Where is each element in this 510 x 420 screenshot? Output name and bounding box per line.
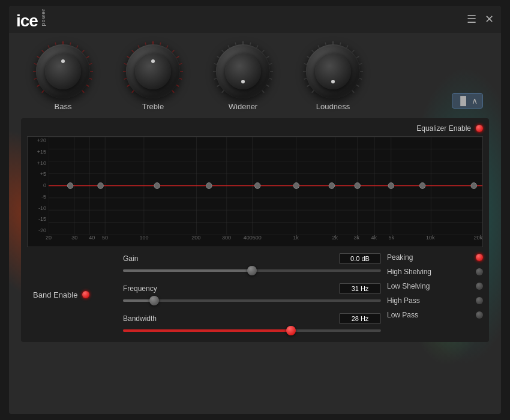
title-bar: ice power ☰ ✕ bbox=[9, 6, 501, 32]
filter-high-shelving-led[interactable] bbox=[476, 268, 483, 275]
bar-chart-icon: ▐▌ bbox=[457, 96, 469, 106]
knob-outer-loudness bbox=[306, 44, 360, 98]
menu-button[interactable]: ☰ bbox=[467, 13, 476, 26]
eq-y-label-20: +20 bbox=[28, 138, 49, 143]
filter-types: Peaking High Shelving Low Shelving High … bbox=[387, 253, 483, 336]
eq-enable-label: Equalizer Enable bbox=[416, 124, 471, 133]
filter-high-pass: High Pass bbox=[387, 296, 483, 305]
filter-low-shelving-label: Low Shelving bbox=[387, 282, 471, 290]
filter-peaking-led[interactable] bbox=[476, 254, 483, 261]
svg-point-111 bbox=[471, 183, 477, 189]
knob-indicator-bass bbox=[61, 59, 65, 63]
svg-line-13 bbox=[86, 56, 89, 58]
svg-point-110 bbox=[419, 183, 425, 189]
eq-x-label-50: 50 bbox=[102, 235, 108, 241]
filter-low-pass-label: Low Pass bbox=[387, 311, 471, 319]
eq-x-label-10k: 10k bbox=[426, 235, 435, 241]
svg-point-109 bbox=[388, 183, 394, 189]
gain-fill bbox=[123, 269, 252, 272]
frequency-label: Frequency bbox=[123, 284, 168, 293]
filter-high-pass-led[interactable] bbox=[476, 297, 483, 304]
filter-high-pass-label: High Pass bbox=[387, 296, 471, 305]
eq-x-label-200: 200 bbox=[191, 235, 200, 241]
svg-line-32 bbox=[176, 56, 179, 58]
knob-label-loudness: Loudness bbox=[316, 102, 350, 111]
svg-line-73 bbox=[359, 79, 362, 79]
logo-ice: ice bbox=[16, 13, 38, 29]
eq-x-label-400500: 400500 bbox=[244, 235, 262, 241]
eq-y-label-5: +5 bbox=[28, 172, 49, 177]
band-controls: Band Enable Gain 0.0 dB bbox=[27, 253, 483, 336]
eq-x-label-30: 30 bbox=[71, 235, 77, 241]
knob-inner-widener bbox=[225, 53, 261, 89]
eq-x-label-20k: 20k bbox=[474, 235, 483, 241]
knob-label-widener: Widener bbox=[229, 102, 257, 111]
eq-x-axis: 20 30 40 50 100 200 300 400500 1k 2k 3k … bbox=[49, 235, 482, 247]
eq-x-label-2k: 2k bbox=[332, 235, 338, 241]
bandwidth-fill bbox=[123, 329, 291, 332]
eq-graph[interactable]: +20 +15 +10 +5 0 -5 -10 -15 -20 bbox=[27, 136, 483, 247]
svg-point-106 bbox=[293, 183, 299, 189]
expand-btn-row: ▐▌ ∧ bbox=[452, 93, 483, 109]
knob-inner-treble bbox=[135, 53, 171, 89]
svg-point-108 bbox=[355, 183, 361, 189]
logo-power: power bbox=[40, 8, 46, 26]
eq-header: Equalizer Enable bbox=[27, 124, 483, 133]
bandwidth-control: Bandwidth 28 Hz bbox=[123, 313, 381, 336]
gain-label: Gain bbox=[123, 254, 168, 263]
eq-y-label-n20: -20 bbox=[28, 228, 49, 233]
eq-x-label-40: 40 bbox=[89, 235, 95, 241]
close-button[interactable]: ✕ bbox=[485, 13, 494, 26]
filter-peaking: Peaking bbox=[387, 253, 483, 262]
svg-line-54 bbox=[269, 79, 272, 79]
knobs-row: Bass bbox=[21, 38, 489, 111]
frequency-control: Frequency 31 Hz bbox=[123, 283, 381, 306]
expand-button[interactable]: ▐▌ ∧ bbox=[452, 93, 483, 109]
filter-low-shelving: Low Shelving bbox=[387, 282, 483, 290]
equalizer-section: Equalizer Enable +20 +15 +10 +5 0 -5 -10… bbox=[21, 118, 489, 342]
svg-line-36 bbox=[176, 85, 179, 87]
svg-line-16 bbox=[89, 79, 92, 79]
frequency-slider[interactable] bbox=[123, 295, 381, 306]
frequency-value: 31 Hz bbox=[339, 283, 381, 294]
eq-y-label-0: 0 bbox=[28, 183, 49, 188]
svg-line-52 bbox=[269, 64, 272, 64]
knob-group-widener: Widener bbox=[207, 44, 279, 111]
band-enable-row: Band Enable bbox=[33, 290, 89, 299]
filter-low-pass: Low Pass bbox=[387, 311, 483, 319]
frequency-track bbox=[123, 299, 381, 302]
gain-thumb[interactable] bbox=[247, 266, 257, 275]
bandwidth-value: 28 Hz bbox=[339, 313, 381, 324]
eq-y-label-n10: -10 bbox=[28, 206, 49, 211]
band-enable-led[interactable] bbox=[82, 291, 89, 298]
knob-indicator-loudness bbox=[331, 80, 335, 83]
bandwidth-thumb[interactable] bbox=[286, 326, 296, 335]
knob-treble[interactable] bbox=[126, 44, 180, 98]
knob-indicator-treble bbox=[151, 59, 155, 63]
filter-low-shelving-led[interactable] bbox=[476, 283, 483, 290]
gain-slider[interactable] bbox=[123, 265, 381, 276]
eq-enable-led[interactable] bbox=[476, 125, 483, 132]
eq-x-label-20: 20 bbox=[46, 235, 52, 241]
knob-widener[interactable] bbox=[216, 44, 270, 98]
svg-line-51 bbox=[266, 56, 269, 58]
knob-bass[interactable] bbox=[36, 44, 90, 98]
filter-low-pass-led[interactable] bbox=[476, 311, 483, 319]
svg-line-70 bbox=[356, 56, 359, 58]
knob-loudness[interactable] bbox=[306, 44, 360, 98]
band-enable-label: Band Enable bbox=[33, 290, 77, 299]
eq-y-label-15: +15 bbox=[28, 149, 49, 155]
gain-value: 0.0 dB bbox=[339, 253, 381, 264]
knob-group-loudness: Loudness bbox=[297, 44, 369, 111]
bandwidth-slider[interactable] bbox=[123, 325, 381, 336]
knob-label-bass: Bass bbox=[55, 102, 72, 111]
frequency-thumb[interactable] bbox=[149, 296, 159, 305]
eq-x-label-300: 300 bbox=[222, 235, 231, 241]
app-window: ice power ☰ ✕ bbox=[9, 6, 501, 414]
svg-line-69 bbox=[352, 50, 355, 53]
filter-high-shelving: High Shelving bbox=[387, 268, 483, 276]
bandwidth-track bbox=[123, 329, 381, 332]
svg-point-105 bbox=[254, 183, 260, 189]
svg-line-50 bbox=[262, 50, 265, 53]
svg-point-107 bbox=[329, 183, 335, 189]
